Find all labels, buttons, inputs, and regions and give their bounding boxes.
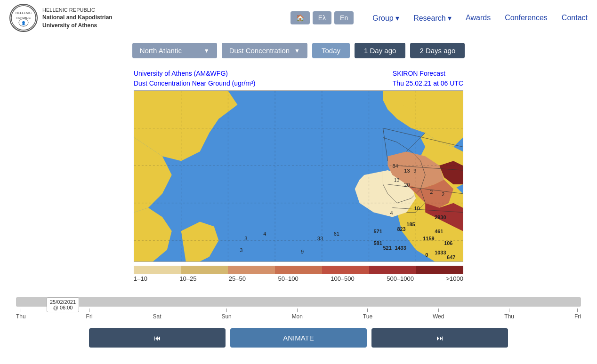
tick-sun: Sun (221, 309, 231, 320)
region-dropdown[interactable]: North Atlantic ▼ (132, 43, 217, 58)
legend-label-6: >1000 (446, 275, 463, 282)
svg-text:1433: 1433 (395, 245, 406, 251)
tick-fri1: Fri (86, 309, 93, 320)
lang-el-button[interactable]: Ελ (313, 11, 331, 24)
legend-labels: 1–10 10–25 25–50 50–100 100–500 500–1000… (134, 274, 463, 283)
svg-text:13: 13 (404, 168, 410, 174)
home-button[interactable]: 🏠 (290, 11, 310, 24)
controls-bar: North Atlantic ▼ Dust Concentration ▼ To… (0, 36, 597, 65)
param-arrow: ▼ (294, 47, 300, 54)
nav-contact[interactable]: Contact (562, 14, 588, 22)
svg-text:84: 84 (392, 163, 398, 169)
legend-seg-5 (322, 266, 369, 274)
legend-label-4: 100–500 (331, 275, 355, 282)
university-logo: HELLENIC REPUBLIC 👤 (9, 4, 38, 32)
legend-bar (134, 266, 463, 274)
bottom-buttons: ⏮ ANIMATE ⏭ (0, 322, 597, 354)
map-svg: 185 2930 461 1159 106 1033 823 1433 0 64… (134, 91, 463, 261)
legend-label-3: 50–100 (278, 275, 298, 282)
tick-line (438, 309, 439, 312)
map-container: 185 2930 461 1159 106 1033 823 1433 0 64… (134, 90, 463, 262)
legend-label-0: 1–10 (134, 275, 147, 282)
param-dropdown[interactable]: Dust Concentration ▼ (222, 43, 307, 58)
nav-research[interactable]: Research ▾ (413, 14, 452, 23)
map-title-left: University of Athens (AM&WFG) Dust Conce… (134, 69, 255, 88)
legend-area: 1–10 10–25 25–50 50–100 100–500 500–1000… (134, 266, 463, 283)
tick-line (157, 309, 157, 312)
svg-text:3: 3 (244, 236, 247, 241)
svg-text:61: 61 (334, 231, 339, 237)
timeline-tooltip: 25/02/2021 @ 06:00 (47, 297, 79, 312)
svg-text:9: 9 (413, 168, 416, 174)
svg-text:0: 0 (425, 252, 428, 258)
legend-label-2: 25–50 (229, 275, 246, 282)
svg-text:1159: 1159 (423, 236, 434, 241)
nav-group[interactable]: Group ▾ (372, 14, 399, 23)
legend-seg-6 (369, 266, 416, 274)
tick-wed: Wed (433, 309, 444, 320)
lang-nav: 🏠 Ελ En (290, 11, 354, 24)
svg-text:4: 4 (390, 210, 393, 216)
svg-text:👤: 👤 (21, 21, 26, 25)
timeline-ticks: Thu Fri Sat Sun Mon Tue Wed Thu (16, 307, 581, 322)
svg-text:521: 521 (383, 245, 391, 251)
map-header: University of Athens (AM&WFG) Dust Conce… (134, 65, 463, 90)
tick-tue: Tue (363, 309, 372, 320)
region-label: North Atlantic (140, 47, 182, 55)
svg-text:185: 185 (406, 222, 415, 227)
tick-line (21, 309, 21, 312)
svg-text:571: 571 (374, 229, 382, 234)
rewind-button[interactable]: ⏮ (89, 328, 226, 348)
legend-label-1: 10–25 (179, 275, 196, 282)
tick-fri2: Fri (574, 309, 581, 320)
svg-text:1033: 1033 (435, 250, 446, 255)
tick-mon: Mon (292, 309, 303, 320)
tick-thu2: Thu (504, 309, 514, 320)
day2-button[interactable]: 2 Days ago (410, 43, 465, 58)
main-nav: Group ▾ Research ▾ Awards Conferences Co… (372, 14, 588, 23)
svg-text:33: 33 (317, 236, 323, 241)
svg-text:2: 2 (430, 189, 433, 195)
nav-conferences[interactable]: Conferences (505, 14, 548, 22)
tick-line (509, 309, 509, 312)
tick-line (89, 309, 89, 312)
svg-text:13: 13 (394, 177, 399, 183)
institution-text: HELLENIC REPUBLIC National and Kapodistr… (42, 7, 113, 30)
today-button[interactable]: Today (312, 43, 350, 58)
param-label: Dust Concentration (229, 47, 290, 55)
svg-text:4: 4 (263, 231, 266, 237)
svg-text:106: 106 (444, 240, 452, 246)
svg-text:2: 2 (442, 191, 444, 197)
tick-line (226, 309, 227, 312)
timeline-track[interactable] (16, 297, 581, 307)
region-arrow: ▼ (204, 47, 210, 54)
logo-area: HELLENIC REPUBLIC 👤 HELLENIC REPUBLIC Na… (9, 4, 113, 32)
svg-text:461: 461 (435, 229, 443, 234)
svg-text:20: 20 (404, 182, 410, 188)
tick-line (297, 309, 298, 312)
header: HELLENIC REPUBLIC 👤 HELLENIC REPUBLIC Na… (0, 0, 597, 36)
animate-button[interactable]: ANIMATE (230, 328, 367, 348)
tick-thu1: Thu (16, 309, 26, 320)
ffwd-button[interactable]: ⏭ (371, 328, 508, 348)
legend-seg-2 (181, 266, 228, 274)
legend-seg-7 (416, 266, 463, 274)
legend-label-5: 500–1000 (387, 275, 414, 282)
tick-line (367, 309, 368, 312)
svg-text:HELLENIC: HELLENIC (16, 11, 32, 15)
svg-text:10: 10 (414, 206, 420, 211)
legend-seg-3 (228, 266, 275, 274)
map-title-right: SKIRON Forecast Thu 25.02.21 at 06 UTC (393, 69, 463, 88)
nav-awards[interactable]: Awards (466, 14, 491, 22)
tick-line (577, 309, 578, 312)
timeline-area: 25/02/2021 @ 06:00 Thu Fri Sat Sun Mon T… (16, 297, 581, 322)
svg-text:823: 823 (397, 226, 405, 232)
svg-text:581: 581 (374, 240, 382, 246)
svg-text:9: 9 (301, 249, 304, 254)
lang-en-button[interactable]: En (334, 11, 354, 24)
legend-seg-4 (275, 266, 322, 274)
legend-seg-1 (134, 266, 181, 274)
svg-text:647: 647 (447, 254, 455, 260)
svg-text:3: 3 (240, 247, 242, 253)
day1-button[interactable]: 1 Day ago (355, 43, 405, 58)
